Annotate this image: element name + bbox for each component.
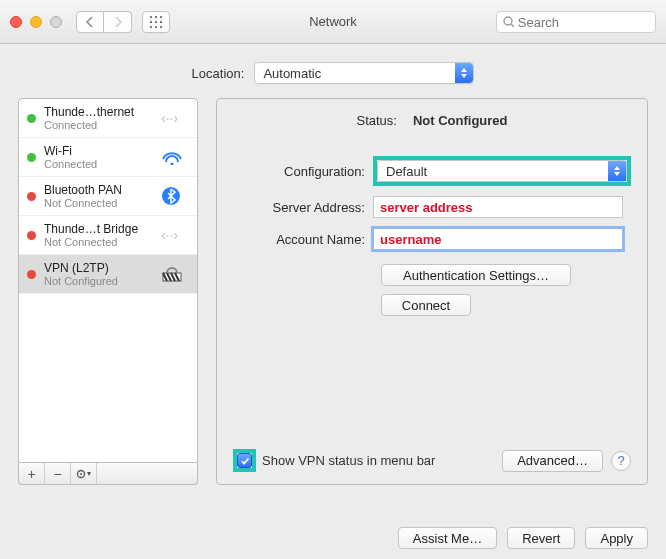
svg-line-10 [511, 24, 514, 27]
configuration-label: Configuration: [233, 164, 373, 179]
stepper-icon [455, 63, 473, 83]
search-icon [503, 16, 514, 28]
account-name-field[interactable] [373, 228, 623, 250]
sidebar-item-thunderbolt-bridge[interactable]: Thunde…t Bridge Not Connected ‹··› [19, 216, 197, 255]
server-address-field[interactable] [373, 196, 623, 218]
configuration-value: Default [386, 164, 427, 179]
status-value: Not Configured [413, 113, 508, 128]
grid-icon [150, 16, 162, 28]
assist-me-button[interactable]: Assist Me… [398, 527, 497, 549]
service-sidebar: Thunde…thernet Connected ‹··› Wi-Fi Conn… [18, 98, 198, 485]
sidebar-item-thunderbolt-ethernet[interactable]: Thunde…thernet Connected ‹··› [19, 99, 197, 138]
service-status: Not Configured [44, 275, 153, 287]
service-status: Connected [44, 158, 153, 170]
service-status: Not Connected [44, 236, 153, 248]
service-name: Thunde…thernet [44, 105, 153, 119]
service-list-footer: + − [18, 463, 198, 485]
sidebar-item-vpn[interactable]: VPN (L2TP) Not Configured [19, 255, 197, 294]
location-value: Automatic [263, 66, 321, 81]
svg-rect-4 [155, 21, 157, 23]
service-actions-button[interactable] [71, 463, 97, 484]
window-footer: Assist Me… Revert Apply [398, 527, 648, 549]
zoom-window-button[interactable] [50, 16, 62, 28]
chevron-right-icon [114, 17, 122, 27]
svg-point-17 [80, 473, 82, 475]
nav-back-forward [76, 11, 132, 33]
show-vpn-status-label: Show VPN status in menu bar [262, 453, 435, 468]
svg-point-9 [504, 17, 512, 25]
svg-rect-8 [160, 26, 162, 28]
show-all-button[interactable] [142, 11, 170, 33]
connect-button[interactable]: Connect [381, 294, 471, 316]
bluetooth-icon [161, 186, 189, 206]
location-select[interactable]: Automatic [254, 62, 474, 84]
minimize-window-button[interactable] [30, 16, 42, 28]
account-name-label: Account Name: [233, 232, 373, 247]
configuration-select[interactable]: Default [377, 160, 627, 182]
close-window-button[interactable] [10, 16, 22, 28]
location-label: Location: [192, 66, 245, 81]
chevron-left-icon [86, 17, 94, 27]
help-button[interactable]: ? [611, 451, 631, 471]
status-dot-connected-icon [27, 153, 36, 162]
status-dot-connected-icon [27, 114, 36, 123]
service-name: VPN (L2TP) [44, 261, 153, 275]
status-label: Status: [356, 113, 404, 128]
server-address-label: Server Address: [233, 200, 373, 215]
stepper-icon [608, 161, 626, 181]
add-service-button[interactable]: + [19, 463, 45, 484]
highlight-box: Default [373, 156, 631, 186]
ethernet-icon: ‹··› [161, 109, 189, 127]
search-input[interactable] [518, 15, 649, 30]
status-dot-disconnected-icon [27, 231, 36, 240]
highlight-box [233, 449, 256, 472]
service-status: Not Connected [44, 197, 153, 209]
back-button[interactable] [76, 11, 104, 33]
window-controls [10, 16, 62, 28]
ethernet-icon: ‹··› [161, 226, 189, 244]
svg-text:‹··›: ‹··› [161, 227, 178, 243]
status-dot-disconnected-icon [27, 192, 36, 201]
svg-rect-0 [150, 16, 152, 18]
check-icon [240, 456, 250, 466]
apply-button[interactable]: Apply [585, 527, 648, 549]
service-name: Thunde…t Bridge [44, 222, 153, 236]
search-field-wrap[interactable] [496, 11, 656, 33]
service-list: Thunde…thernet Connected ‹··› Wi-Fi Conn… [18, 98, 198, 463]
svg-rect-5 [160, 21, 162, 23]
forward-button[interactable] [104, 11, 132, 33]
sidebar-item-wifi[interactable]: Wi-Fi Connected [19, 138, 197, 177]
service-status: Connected [44, 119, 153, 131]
vpn-icon [161, 264, 189, 284]
svg-rect-1 [155, 16, 157, 18]
svg-rect-3 [150, 21, 152, 23]
svg-text:‹··›: ‹··› [161, 110, 178, 126]
auth-settings-button[interactable]: Authentication Settings… [381, 264, 571, 286]
status-dot-notconfigured-icon [27, 270, 36, 279]
svg-rect-2 [160, 16, 162, 18]
remove-service-button[interactable]: − [45, 463, 71, 484]
gear-icon [76, 468, 92, 480]
show-vpn-status-checkbox[interactable] [237, 453, 252, 468]
service-name: Bluetooth PAN [44, 183, 153, 197]
sidebar-item-bluetooth-pan[interactable]: Bluetooth PAN Not Connected [19, 177, 197, 216]
svg-rect-7 [155, 26, 157, 28]
svg-rect-6 [150, 26, 152, 28]
location-row: Location: Automatic [0, 44, 666, 98]
svg-point-12 [171, 163, 174, 166]
service-name: Wi-Fi [44, 144, 153, 158]
titlebar: Network [0, 0, 666, 44]
wifi-icon [161, 149, 189, 165]
main-area: Thunde…thernet Connected ‹··› Wi-Fi Conn… [0, 98, 666, 485]
detail-pane: Status: Not Configured Configuration: De… [216, 98, 648, 485]
advanced-button[interactable]: Advanced… [502, 450, 603, 472]
revert-button[interactable]: Revert [507, 527, 575, 549]
